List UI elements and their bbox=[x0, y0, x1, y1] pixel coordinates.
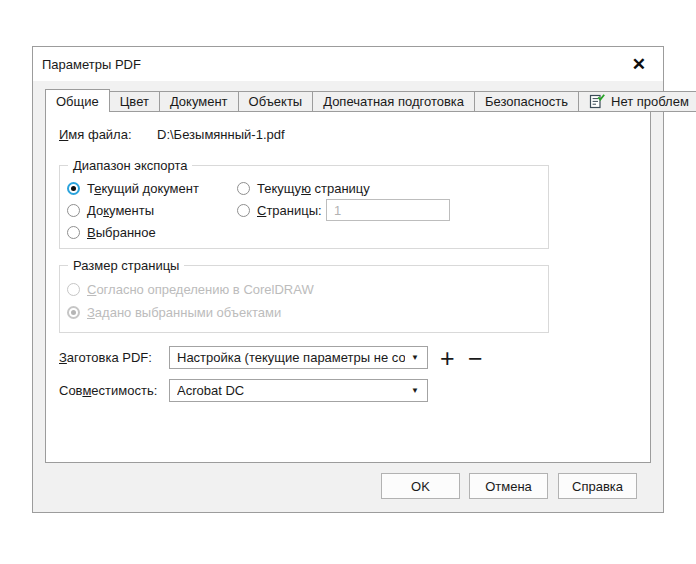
tab-prepress-label: Допечатная подготовка bbox=[323, 94, 464, 109]
radio-documents[interactable]: Документы bbox=[67, 202, 154, 219]
radio-indicator bbox=[67, 283, 80, 296]
radio-current-document[interactable]: Текущий документ bbox=[67, 180, 199, 197]
pdf-preset-label: Заготовка PDF: bbox=[59, 350, 152, 366]
tab-preflight-label: Нет проблем bbox=[611, 94, 689, 109]
remove-preset-button[interactable]: − bbox=[468, 346, 483, 371]
radio-current-document-label: Текущий документ bbox=[87, 181, 199, 196]
radio-documents-label: Документы bbox=[87, 203, 154, 218]
cancel-button[interactable]: Отмена bbox=[469, 473, 548, 499]
compatibility-label: Совместимость: bbox=[59, 383, 157, 399]
tab-color-label: Цвет bbox=[120, 94, 149, 109]
tab-prepress[interactable]: Допечатная подготовка bbox=[312, 91, 475, 112]
radio-indicator bbox=[67, 204, 80, 217]
page-size-legend: Размер страницы bbox=[68, 258, 184, 274]
compatibility-dropdown[interactable]: Acrobat DC ▼ bbox=[169, 379, 428, 402]
filename-label: Имя файла: bbox=[59, 127, 132, 143]
page-size-group: Размер страницы Согласно определению в C… bbox=[59, 265, 549, 333]
tab-security-label: Безопасность bbox=[485, 94, 568, 109]
tab-objects[interactable]: Объекты bbox=[238, 91, 314, 112]
tab-strip: Общие Цвет Документ Объекты Допечатная п… bbox=[45, 89, 663, 112]
tab-document-label: Документ bbox=[170, 94, 228, 109]
preflight-checklist-icon bbox=[589, 94, 605, 109]
radio-pages[interactable]: Страницы: bbox=[237, 202, 322, 219]
pages-range-input bbox=[326, 199, 450, 221]
radio-current-page-label: Текущую страницу bbox=[257, 181, 370, 196]
ok-button[interactable]: OK bbox=[381, 473, 460, 499]
add-preset-button[interactable]: + bbox=[440, 346, 455, 371]
filename-value: D:\Безымянный-1.pdf bbox=[157, 127, 285, 143]
chevron-down-icon: ▼ bbox=[411, 353, 419, 362]
tab-document[interactable]: Документ bbox=[159, 91, 239, 112]
radio-set-by-selected-objects: Задано выбранными объектами bbox=[67, 304, 281, 321]
dialog-title: Параметры PDF bbox=[42, 57, 141, 72]
tab-color[interactable]: Цвет bbox=[109, 91, 160, 112]
radio-indicator bbox=[237, 182, 250, 195]
general-tab-panel: Имя файла: D:\Безымянный-1.pdf Диапазон … bbox=[45, 111, 651, 463]
radio-indicator bbox=[67, 226, 80, 239]
tab-general[interactable]: Общие bbox=[45, 89, 110, 112]
compatibility-value: Acrobat DC bbox=[177, 383, 244, 398]
export-range-legend: Диапазон экспорта bbox=[68, 158, 192, 174]
title-bar: Параметры PDF ✕ bbox=[33, 47, 663, 81]
radio-as-defined-label: Согласно определению в CorelDRAW bbox=[87, 282, 314, 297]
pdf-preset-value: Настройка (текущие параметры не сохра... bbox=[177, 350, 405, 365]
radio-indicator bbox=[67, 306, 80, 319]
export-range-group: Диапазон экспорта Текущий документ Докум… bbox=[59, 165, 549, 249]
radio-indicator bbox=[67, 182, 80, 195]
radio-selection[interactable]: Выбранное bbox=[67, 224, 156, 241]
tab-objects-label: Объекты bbox=[249, 94, 303, 109]
help-button[interactable]: Справка bbox=[558, 473, 637, 499]
chevron-down-icon: ▼ bbox=[411, 386, 419, 395]
pdf-settings-dialog: Параметры PDF ✕ Общие Цвет Документ Объе… bbox=[32, 46, 664, 513]
pdf-preset-dropdown[interactable]: Настройка (текущие параметры не сохра...… bbox=[169, 346, 428, 369]
radio-selection-label: Выбранное bbox=[87, 225, 156, 240]
radio-as-defined-in-coreldraw: Согласно определению в CorelDRAW bbox=[67, 281, 314, 298]
radio-set-by-objects-label: Задано выбранными объектами bbox=[87, 305, 281, 320]
radio-indicator bbox=[237, 204, 250, 217]
close-icon[interactable]: ✕ bbox=[628, 54, 650, 75]
radio-pages-label: Страницы: bbox=[257, 203, 322, 218]
radio-current-page[interactable]: Текущую страницу bbox=[237, 180, 370, 197]
tab-security[interactable]: Безопасность bbox=[474, 91, 579, 112]
tab-preflight-no-issues[interactable]: Нет проблем bbox=[578, 91, 696, 112]
tab-general-label: Общие bbox=[56, 94, 99, 109]
